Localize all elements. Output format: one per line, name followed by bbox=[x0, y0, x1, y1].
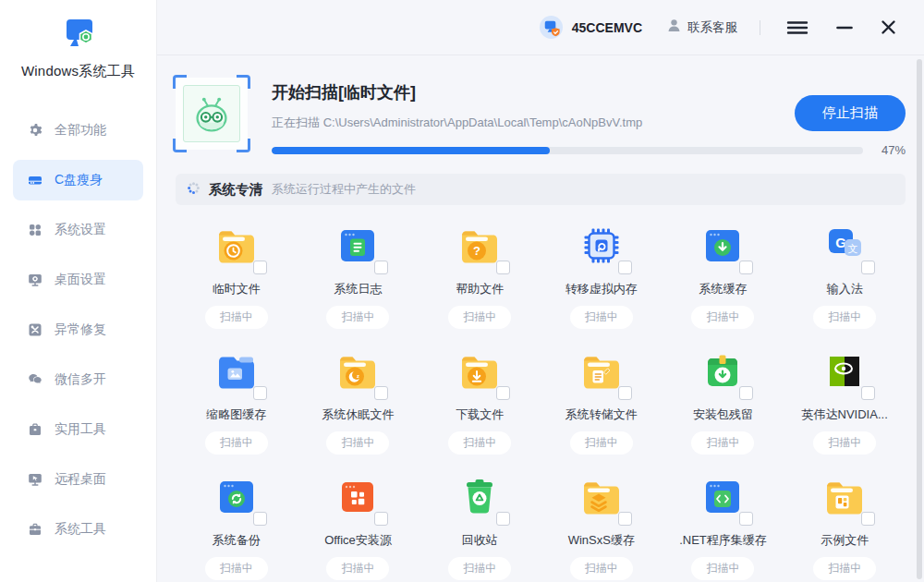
status-badge: 扫描中 bbox=[570, 431, 633, 455]
grid-item-thumbnail-cache[interactable]: 缩略图缓存扫描中 bbox=[176, 338, 298, 460]
scan-panel: 开始扫描[临时文件] 正在扫描 C:\Users\Administrator\A… bbox=[157, 55, 924, 157]
cleanup-items-grid: 临时文件扫描中系统日志扫描中?帮助文件扫描中转移虚拟内存扫描中系统缓存扫描中G文… bbox=[176, 212, 906, 582]
checkbox-system-logs[interactable] bbox=[374, 261, 388, 274]
checkbox-input-method[interactable] bbox=[861, 261, 875, 274]
folder-layers-icon bbox=[579, 475, 624, 519]
grid-icon bbox=[28, 223, 43, 237]
sidebar-item-desktop-settings[interactable]: 桌面设置 bbox=[13, 260, 143, 300]
checkbox-help-files[interactable] bbox=[496, 261, 510, 274]
sidebar-item-all-features[interactable]: 全部功能 bbox=[13, 110, 143, 151]
grid-item-label: 帮助文件 bbox=[456, 281, 504, 297]
checkbox-hibernation-file[interactable] bbox=[374, 386, 388, 400]
chip-icon bbox=[579, 224, 624, 268]
grid-item-download-files[interactable]: 下载文件扫描中 bbox=[419, 338, 541, 460]
grid-item-sample-files[interactable]: 示例文件扫描中 bbox=[784, 464, 906, 582]
sidebar-item-system-tools[interactable]: 系统工具 bbox=[13, 509, 143, 550]
grid-item-nvidia[interactable]: 英伟达NVIDIA...扫描中 bbox=[784, 338, 906, 460]
checkbox-winsxs-cache[interactable] bbox=[618, 512, 632, 526]
folder-image-icon bbox=[214, 349, 259, 394]
sidebar-item-label: 异常修复 bbox=[55, 321, 106, 338]
checkbox-dump-files[interactable] bbox=[618, 386, 632, 400]
grid-item-label: 安装包残留 bbox=[693, 406, 753, 423]
contact-support-button[interactable]: 联系客服 bbox=[666, 18, 737, 37]
sidebar-item-utility-tools[interactable]: 实用工具 bbox=[13, 409, 143, 450]
sidebar-item-label: 系统设置 bbox=[55, 222, 106, 238]
close-icon[interactable] bbox=[877, 16, 900, 39]
status-badge: 扫描中 bbox=[448, 306, 511, 329]
grid-item-temp-files[interactable]: 临时文件扫描中 bbox=[176, 212, 298, 334]
account-avatar bbox=[539, 15, 564, 40]
sidebar-nav: 全部功能C盘瘦身系统设置桌面设置异常修复微信多开实用工具远程桌面系统工具 bbox=[0, 110, 156, 550]
status-badge: 扫描中 bbox=[326, 306, 389, 329]
grid-item-label: 临时文件 bbox=[213, 281, 261, 297]
office-icon bbox=[335, 475, 380, 519]
grid-item-system-cache[interactable]: 系统缓存扫描中 bbox=[663, 212, 784, 334]
grid-item-hibernation-file[interactable]: z系统休眠文件扫描中 bbox=[298, 338, 419, 460]
sidebar-item-c-drive-slim[interactable]: C盘瘦身 bbox=[13, 160, 143, 200]
stop-scan-button[interactable]: 停止扫描 bbox=[795, 95, 906, 131]
svg-text:文: 文 bbox=[848, 243, 858, 254]
account-button[interactable]: 45CCEMVC bbox=[539, 15, 642, 40]
sidebar-item-label: 实用工具 bbox=[55, 421, 106, 438]
grid-item-recycle-bin[interactable]: 回收站扫描中 bbox=[419, 464, 541, 582]
section-title: 系统专清 bbox=[209, 181, 262, 199]
grid-item-help-files[interactable]: ?帮助文件扫描中 bbox=[419, 212, 541, 334]
status-badge: 扫描中 bbox=[448, 431, 511, 455]
checkbox-temp-files[interactable] bbox=[253, 261, 267, 274]
checkbox-recycle-bin[interactable] bbox=[496, 512, 510, 526]
minimize-icon[interactable] bbox=[833, 17, 857, 39]
grid-item-label: 系统缓存 bbox=[699, 281, 747, 297]
status-badge: 扫描中 bbox=[691, 557, 754, 580]
folder-sleep-icon: z bbox=[335, 349, 380, 394]
grid-item-installer-residue[interactable]: 安装包残留扫描中 bbox=[663, 338, 784, 460]
checkbox-download-files[interactable] bbox=[496, 386, 510, 400]
checkbox-system-cache[interactable] bbox=[739, 261, 753, 274]
grid-item-label: 英伟达NVIDIA... bbox=[802, 406, 888, 423]
checkbox-nvidia[interactable] bbox=[861, 386, 875, 400]
sidebar: Windows系统工具 全部功能C盘瘦身系统设置桌面设置异常修复微信多开实用工具… bbox=[0, 0, 157, 582]
folder-dump-icon bbox=[579, 349, 624, 394]
grid-item-system-backup[interactable]: 系统备份扫描中 bbox=[176, 464, 298, 582]
sidebar-item-remote-desktop[interactable]: 远程桌面 bbox=[13, 459, 143, 500]
grid-item-label: 输入法 bbox=[827, 281, 863, 297]
sidebar-item-wechat-multi[interactable]: 微信多开 bbox=[13, 359, 143, 400]
grid-item-label: 系统备份 bbox=[213, 532, 261, 549]
contact-support-label: 联系客服 bbox=[687, 19, 737, 36]
grid-item-dump-files[interactable]: 系统转储文件扫描中 bbox=[541, 338, 663, 460]
progress-percent: 47% bbox=[863, 143, 906, 157]
sidebar-item-label: 系统工具 bbox=[55, 521, 106, 538]
grid-item-label: 下载文件 bbox=[456, 406, 504, 423]
sidebar-item-label: C盘瘦身 bbox=[55, 172, 103, 188]
scan-robot-icon bbox=[176, 78, 248, 150]
status-badge: 扫描中 bbox=[813, 431, 876, 455]
grid-item-label: 缩略图缓存 bbox=[206, 406, 266, 423]
checkbox-dotnet-cache[interactable] bbox=[739, 512, 753, 526]
wechat-icon bbox=[28, 372, 43, 387]
grid-item-office-source[interactable]: Office安装源扫描中 bbox=[298, 464, 419, 582]
checkbox-system-backup[interactable] bbox=[253, 512, 267, 526]
spinner-icon bbox=[187, 181, 209, 199]
checkbox-sample-files[interactable] bbox=[861, 512, 875, 526]
checkbox-virtual-memory[interactable] bbox=[618, 261, 632, 274]
menu-icon[interactable] bbox=[783, 17, 812, 39]
checkbox-installer-residue[interactable] bbox=[739, 386, 753, 400]
grid-item-input-method[interactable]: G文输入法扫描中 bbox=[784, 212, 906, 334]
briefcase-icon bbox=[28, 522, 43, 537]
grid-item-dotnet-cache[interactable]: .NET程序集缓存扫描中 bbox=[663, 464, 784, 582]
status-badge: 扫描中 bbox=[813, 557, 876, 580]
grid-item-virtual-memory[interactable]: 转移虚拟内存扫描中 bbox=[541, 212, 663, 334]
grid-item-system-logs[interactable]: 系统日志扫描中 bbox=[298, 212, 419, 334]
status-badge: 扫描中 bbox=[326, 431, 389, 455]
grid-item-winsxs-cache[interactable]: WinSxS缓存扫描中 bbox=[541, 464, 663, 582]
monitor-gear-icon bbox=[28, 273, 43, 287]
app-title: Windows系统工具 bbox=[0, 63, 156, 80]
person-icon bbox=[666, 18, 687, 37]
progress-track bbox=[272, 147, 863, 154]
grid-item-label: 系统休眠文件 bbox=[322, 406, 394, 423]
sidebar-item-error-repair[interactable]: 异常修复 bbox=[13, 309, 143, 350]
sidebar-item-system-settings[interactable]: 系统设置 bbox=[13, 210, 143, 250]
checkbox-office-source[interactable] bbox=[374, 512, 388, 526]
scrollbar[interactable] bbox=[917, 59, 922, 579]
window-sync-icon bbox=[214, 475, 259, 519]
checkbox-thumbnail-cache[interactable] bbox=[253, 386, 267, 400]
